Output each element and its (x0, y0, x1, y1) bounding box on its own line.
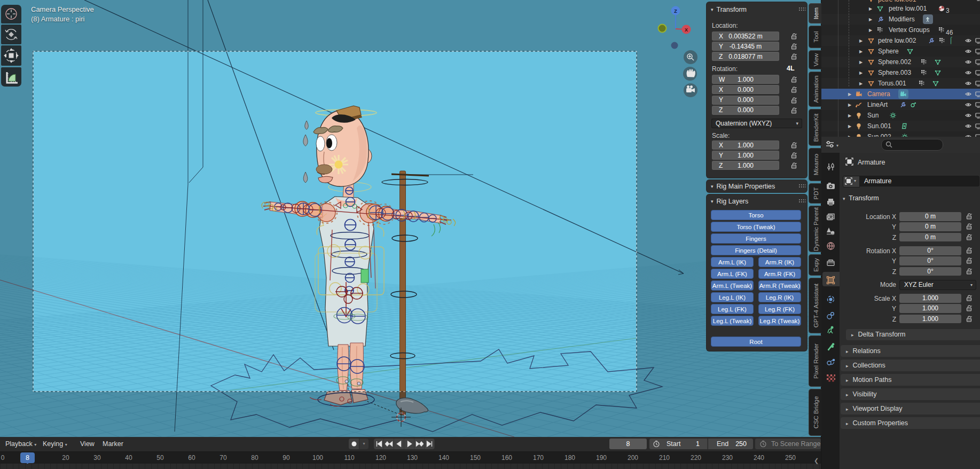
svg-text:X: X (685, 27, 688, 33)
svg-text:▾: ▾ (836, 143, 838, 148)
svg-text:Z: Z (674, 9, 677, 14)
